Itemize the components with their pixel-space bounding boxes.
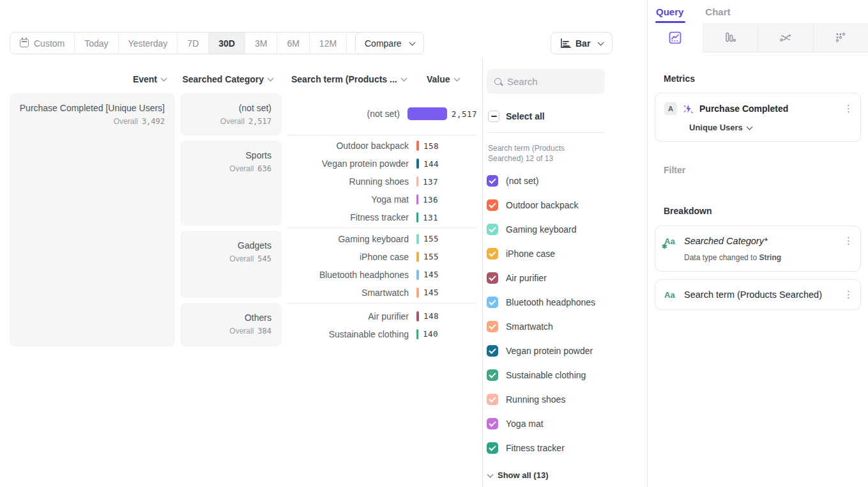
show-all-toggle[interactable]: Show all (13) [487, 470, 605, 480]
chart-type-selector[interactable]: Bar [551, 32, 613, 54]
value-bar [416, 176, 418, 187]
category-cell-sports[interactable]: Sports Overall636 [180, 141, 282, 226]
tab-funnels[interactable] [703, 23, 759, 52]
aggregation-selector[interactable]: Unique Users [689, 123, 851, 132]
search-input[interactable] [507, 76, 584, 87]
legend-item[interactable]: Smartwatch [487, 314, 605, 339]
term-group: Gaming keyboard155 iPhone case155 Blueto… [287, 228, 477, 304]
checked-checkbox-icon[interactable] [487, 248, 498, 259]
metric-card[interactable]: A Purchase Completed Unique Users [655, 93, 861, 142]
series-letter-badge: A [664, 102, 677, 115]
checked-checkbox-icon[interactable] [487, 321, 498, 332]
range-3m[interactable]: 3M [245, 33, 277, 54]
insights-icon [668, 31, 682, 45]
legend-item[interactable]: Sustainable clothing [487, 363, 605, 387]
indeterminate-checkbox-icon[interactable] [488, 111, 499, 122]
legend-item[interactable]: Bluetooth headphones [487, 290, 605, 314]
kebab-menu-icon[interactable] [844, 289, 851, 300]
column-header-category[interactable]: Searched Category [182, 74, 273, 84]
legend-item[interactable]: Vegan protein powder [487, 339, 605, 363]
divider [487, 132, 605, 133]
value-bar [416, 194, 418, 205]
checked-checkbox-icon[interactable] [487, 394, 498, 405]
range-custom[interactable]: Custom [10, 33, 75, 54]
table-row[interactable]: Yoga mat136 [287, 190, 477, 208]
column-header-event[interactable]: Event [133, 74, 166, 84]
category-cell-others[interactable]: Others Overall384 [180, 303, 282, 346]
legend-item[interactable]: Fitness tracker [487, 436, 605, 460]
legend-item[interactable]: iPhone case [487, 242, 605, 266]
breakdown-card[interactable]: Aa Search term (Products Searched) [655, 279, 861, 310]
report-type-tabs [648, 23, 868, 52]
breakdown-note: Data type changed to String [684, 253, 851, 262]
range-6m[interactable]: 6M [277, 33, 309, 54]
checked-checkbox-icon[interactable] [487, 272, 498, 284]
legend-caption: Search term (Products Searched) 12 of 13 [488, 143, 581, 164]
checked-checkbox-icon[interactable] [487, 297, 498, 308]
column-header-term[interactable]: Search term (Products ... [291, 74, 406, 84]
chevron-down-icon [161, 75, 167, 82]
legend-item[interactable]: (not set) [487, 169, 605, 193]
legend-item[interactable]: Air purifier [487, 266, 605, 290]
table-row[interactable]: Gaming keyboard155 [287, 230, 477, 248]
legend-item[interactable]: Yoga mat [487, 412, 605, 436]
table-row[interactable]: Bluetooth headphones145 [287, 266, 477, 284]
event-cell[interactable]: Purchase Completed [Unique Users] Overal… [10, 93, 175, 346]
event-spark-icon [683, 104, 694, 114]
value-bar [416, 329, 418, 339]
table-row[interactable]: Outdoor backpack158 [287, 137, 477, 155]
breakdown-card[interactable]: Aa✱ Searched Category* Data type changed… [655, 226, 861, 272]
tab-insights[interactable] [648, 23, 703, 52]
legend-search[interactable] [487, 69, 605, 94]
metrics-title: Metrics [664, 73, 695, 84]
tab-flows[interactable] [758, 23, 814, 52]
table-row[interactable]: Vegan protein powder144 [287, 155, 477, 173]
table-row[interactable]: Fitness tracker131 [287, 208, 477, 226]
search-icon [494, 78, 501, 85]
legend-panel: Select all Search term (Products Searche… [487, 69, 605, 480]
checked-checkbox-icon[interactable] [487, 345, 498, 357]
range-label: Custom [34, 38, 65, 49]
checked-checkbox-icon[interactable] [487, 224, 498, 235]
category-cell-not-set[interactable]: (not set) Overall2,517 [180, 93, 282, 135]
range-7d[interactable]: 7D [178, 33, 209, 54]
tab-retention[interactable] [814, 23, 868, 52]
modified-star-icon: ✱ [662, 243, 667, 250]
value-bar [416, 252, 419, 262]
legend-item[interactable]: Gaming keyboard [487, 217, 605, 242]
chevron-down-icon [409, 39, 415, 45]
chevron-down-icon [268, 75, 274, 82]
tab-chart[interactable]: Chart [705, 6, 730, 23]
category-cell-gadgets[interactable]: Gadgets Overall545 [180, 231, 282, 298]
range-today[interactable]: Today [75, 33, 118, 54]
legend-item[interactable]: Outdoor backpack [487, 193, 605, 217]
legend-item[interactable]: Running shoes [487, 387, 605, 412]
kebab-menu-icon[interactable] [844, 103, 851, 114]
table-row[interactable]: Sustainable clothing140 [287, 325, 477, 343]
checked-checkbox-icon[interactable] [487, 442, 498, 454]
table-row[interactable]: Running shoes137 [287, 173, 477, 190]
bar-chart-icon [560, 38, 572, 49]
checked-checkbox-icon[interactable] [487, 175, 498, 187]
chevron-down-icon [598, 39, 604, 45]
table-row[interactable]: iPhone case155 [287, 248, 477, 266]
checked-checkbox-icon[interactable] [487, 369, 498, 381]
range-30d[interactable]: 30D [209, 33, 245, 54]
range-12m[interactable]: 12M [310, 33, 347, 54]
tab-query[interactable]: Query [656, 6, 683, 23]
checked-checkbox-icon[interactable] [487, 418, 498, 429]
kebab-menu-icon[interactable] [844, 235, 851, 247]
table-row[interactable]: (not set) 2,517 [287, 105, 477, 123]
compare-button[interactable]: Compare [355, 32, 424, 54]
table-row[interactable]: Smartwatch145 [287, 284, 477, 302]
column-header-value[interactable]: Value [427, 74, 459, 84]
value-bar [416, 288, 419, 298]
query-panel: Query Chart [647, 0, 868, 487]
metric-event-name: Purchase Completed [699, 104, 838, 114]
event-name: Purchase Completed [Unique Users] [16, 102, 165, 114]
table-row[interactable]: Air purifier148 [287, 307, 477, 325]
select-all[interactable]: Select all [488, 111, 605, 122]
range-yesterday[interactable]: Yesterday [119, 33, 178, 54]
checked-checkbox-icon[interactable] [487, 199, 498, 211]
chevron-down-icon [746, 123, 752, 130]
